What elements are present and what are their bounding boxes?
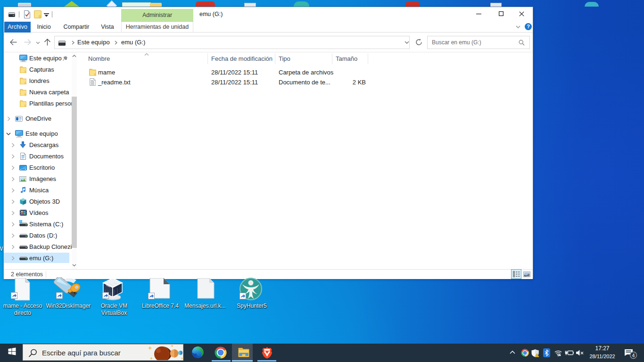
svg-text:4: 4 [632, 353, 635, 358]
